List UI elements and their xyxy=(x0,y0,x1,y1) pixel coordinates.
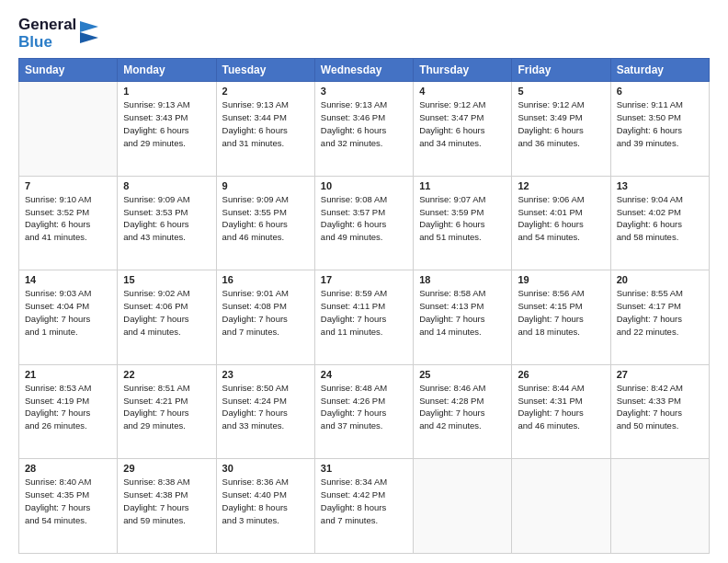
day-info: Sunrise: 8:55 AMSunset: 4:17 PMDaylight:… xyxy=(617,287,703,338)
calendar-cell: 24Sunrise: 8:48 AMSunset: 4:26 PMDayligh… xyxy=(314,364,413,459)
day-info-line: Sunset: 4:33 PM xyxy=(617,396,681,406)
day-info-line: Sunrise: 8:40 AM xyxy=(25,477,91,487)
day-number: 12 xyxy=(518,180,604,191)
calendar-cell: 20Sunrise: 8:55 AMSunset: 4:17 PMDayligh… xyxy=(610,270,709,365)
day-info-line: and 43 minutes. xyxy=(123,232,186,242)
day-info-line: Daylight: 7 hours xyxy=(518,314,583,324)
calendar-cell: 9Sunrise: 9:09 AMSunset: 3:55 PMDaylight… xyxy=(216,176,314,270)
day-info-line: Sunrise: 8:36 AM xyxy=(222,477,289,487)
day-info-line: and 14 minutes. xyxy=(419,327,482,337)
day-info: Sunrise: 9:06 AMSunset: 4:01 PMDaylight:… xyxy=(518,193,604,244)
day-info: Sunrise: 8:58 AMSunset: 4:13 PMDaylight:… xyxy=(419,287,506,338)
day-info: Sunrise: 8:50 AMSunset: 4:24 PMDaylight:… xyxy=(222,382,309,432)
day-info-line: Sunset: 4:04 PM xyxy=(25,301,89,311)
calendar-cell: 16Sunrise: 9:01 AMSunset: 4:08 PMDayligh… xyxy=(216,270,314,365)
day-info-line: Daylight: 6 hours xyxy=(222,219,288,229)
day-info-line: and 32 minutes. xyxy=(321,138,383,148)
day-info-line: Sunrise: 8:46 AM xyxy=(419,383,485,393)
day-info: Sunrise: 9:03 AMSunset: 4:04 PMDaylight:… xyxy=(25,287,111,338)
day-number: 15 xyxy=(123,274,210,285)
day-number: 17 xyxy=(321,274,407,285)
day-info: Sunrise: 8:36 AMSunset: 4:40 PMDaylight:… xyxy=(222,476,309,526)
day-info-line: and 50 minutes. xyxy=(617,420,679,431)
day-info-line: and 29 minutes. xyxy=(123,138,186,148)
day-number: 10 xyxy=(321,180,407,191)
day-info-line: Daylight: 7 hours xyxy=(123,408,188,418)
calendar-cell: 7Sunrise: 9:10 AMSunset: 3:52 PMDaylight… xyxy=(19,176,118,270)
logo-flag-icon xyxy=(80,21,98,47)
day-number: 29 xyxy=(123,463,210,474)
day-info-line: Daylight: 6 hours xyxy=(617,125,682,135)
day-info-line: Sunset: 3:57 PM xyxy=(321,207,385,217)
day-info-line: Daylight: 6 hours xyxy=(518,219,583,229)
day-info-line: Sunrise: 8:51 AM xyxy=(123,383,189,393)
calendar-cell: 14Sunrise: 9:03 AMSunset: 4:04 PMDayligh… xyxy=(19,270,118,365)
day-info-line: Daylight: 7 hours xyxy=(617,408,682,418)
day-info-line: Sunrise: 9:12 AM xyxy=(518,99,584,109)
day-number: 18 xyxy=(419,274,506,285)
day-info-line: and 54 minutes. xyxy=(25,515,87,525)
day-info-line: Sunset: 4:35 PM xyxy=(25,489,89,500)
header-thursday: Thursday xyxy=(414,59,512,82)
calendar-cell: 13Sunrise: 9:04 AMSunset: 4:02 PMDayligh… xyxy=(610,176,709,270)
day-info: Sunrise: 8:59 AMSunset: 4:11 PMDaylight:… xyxy=(321,287,407,338)
day-info-line: and 46 minutes. xyxy=(518,420,580,431)
calendar-cell: 12Sunrise: 9:06 AMSunset: 4:01 PMDayligh… xyxy=(512,176,610,270)
calendar-cell: 25Sunrise: 8:46 AMSunset: 4:28 PMDayligh… xyxy=(414,364,512,459)
day-info-line: Daylight: 7 hours xyxy=(222,408,288,418)
day-info-line: Daylight: 6 hours xyxy=(321,125,386,135)
day-info-line: Sunrise: 9:01 AM xyxy=(222,288,289,298)
calendar-cell: 17Sunrise: 8:59 AMSunset: 4:11 PMDayligh… xyxy=(314,270,413,365)
day-info-line: Sunset: 3:44 PM xyxy=(222,112,287,122)
day-info: Sunrise: 9:13 AMSunset: 3:44 PMDaylight:… xyxy=(222,98,309,149)
day-info: Sunrise: 9:01 AMSunset: 4:08 PMDaylight:… xyxy=(222,287,309,338)
day-info-line: Sunrise: 8:38 AM xyxy=(123,477,189,487)
day-number: 1 xyxy=(123,86,210,97)
day-info-line: Sunrise: 9:06 AM xyxy=(518,194,584,204)
day-info: Sunrise: 9:10 AMSunset: 3:52 PMDaylight:… xyxy=(25,193,111,244)
calendar-cell: 19Sunrise: 8:56 AMSunset: 4:15 PMDayligh… xyxy=(512,270,610,365)
day-info-line: and 59 minutes. xyxy=(123,515,186,525)
calendar-cell: 18Sunrise: 8:58 AMSunset: 4:13 PMDayligh… xyxy=(414,270,512,365)
svg-marker-1 xyxy=(80,32,98,43)
day-info-line: and 54 minutes. xyxy=(518,232,580,242)
day-info-line: Daylight: 7 hours xyxy=(25,314,90,324)
day-info-line: Sunset: 4:17 PM xyxy=(617,301,681,311)
day-number: 24 xyxy=(321,369,407,380)
day-number: 4 xyxy=(419,86,506,97)
day-info: Sunrise: 8:56 AMSunset: 4:15 PMDaylight:… xyxy=(518,287,604,338)
day-info-line: Sunset: 4:42 PM xyxy=(321,489,385,500)
day-info-line: Daylight: 6 hours xyxy=(222,125,288,135)
day-info-line: Sunrise: 8:56 AM xyxy=(518,288,584,298)
day-number: 5 xyxy=(518,86,604,97)
day-info-line: Sunset: 4:40 PM xyxy=(222,489,287,500)
day-info-line: Sunrise: 9:03 AM xyxy=(25,288,91,298)
day-info-line: Daylight: 7 hours xyxy=(123,502,188,512)
day-info-line: Sunrise: 8:34 AM xyxy=(321,477,387,487)
day-info-line: Daylight: 6 hours xyxy=(419,125,484,135)
day-number: 28 xyxy=(25,463,111,474)
calendar-cell xyxy=(19,82,118,177)
header-tuesday: Tuesday xyxy=(216,59,314,82)
day-info-line: Sunrise: 8:58 AM xyxy=(419,288,485,298)
day-info-line: and 36 minutes. xyxy=(518,138,580,148)
day-info-line: and 18 minutes. xyxy=(518,327,580,337)
day-number: 25 xyxy=(419,369,506,380)
logo: General Blue xyxy=(18,17,98,51)
day-info-line: Sunrise: 8:42 AM xyxy=(617,383,683,393)
day-info: Sunrise: 9:13 AMSunset: 3:43 PMDaylight:… xyxy=(123,98,210,149)
day-info-line: Sunrise: 9:12 AM xyxy=(419,99,485,109)
day-number: 6 xyxy=(617,86,703,97)
day-number: 11 xyxy=(419,180,506,191)
day-info-line: Daylight: 7 hours xyxy=(617,314,682,324)
logo-text: General Blue xyxy=(18,17,76,51)
day-info-line: and 4 minutes. xyxy=(123,327,180,337)
header-sunday: Sunday xyxy=(19,59,118,82)
day-info-line: Sunset: 4:38 PM xyxy=(123,489,188,500)
day-info-line: Sunrise: 8:48 AM xyxy=(321,383,387,393)
day-info-line: Sunset: 4:13 PM xyxy=(419,301,483,311)
day-info-line: Daylight: 7 hours xyxy=(419,314,484,324)
day-info: Sunrise: 8:34 AMSunset: 4:42 PMDaylight:… xyxy=(321,476,407,526)
day-info-line: Daylight: 6 hours xyxy=(617,219,682,229)
day-info-line: and 22 minutes. xyxy=(617,327,679,337)
